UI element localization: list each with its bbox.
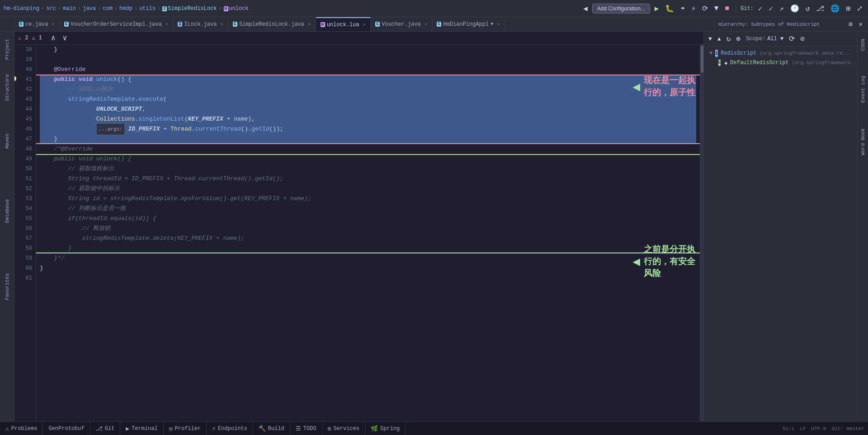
green-annotation-arrow: ◀ [632,254,640,269]
sidebar-label-maven[interactable]: Maven [3,130,12,152]
hierarchy-expand[interactable]: ▼ [707,35,714,43]
bottom-tab-git-label: Git [105,426,115,432]
hierarchy-filter[interactable]: ⊘ [798,33,807,44]
sidebar-label-word-book[interactable]: Word Book [859,125,868,159]
tab-icon-simple-redis: C [233,22,237,27]
nav-up[interactable]: ∧ [49,33,57,43]
breadcrumb-java[interactable]: java [83,5,96,12]
tab-ilock[interactable]: I ILock.java × [173,17,228,32]
vertical-scrollbar[interactable] [700,45,703,421]
hierarchy-locate[interactable]: ⊕ [734,33,742,44]
debug-button[interactable]: 🐛 [663,3,676,14]
sidebar-label-project[interactable]: Project [3,35,12,63]
maximize[interactable]: ⤢ [855,3,864,14]
hierarchy-settings[interactable]: ⚙ [847,19,854,29]
interface-icon-redis-script: I [715,50,718,57]
hierarchy-label: Hierarchy: Subtypes of RedisScript [718,22,820,27]
bottom-tab-services[interactable]: ⚙ Services [322,422,365,435]
tab-close-ce[interactable]: × [52,22,55,27]
run-button[interactable]: ▶ [653,3,661,14]
tab-voucher[interactable]: C Voucher.java × [371,17,432,32]
breadcrumb-main[interactable]: main [63,5,76,12]
code-line-58: } [40,243,696,253]
git-branches[interactable]: ⎇ [814,3,826,14]
tab-hm-dianping[interactable]: C HmDianPingAppl ▼ × [432,17,505,32]
git-translate[interactable]: 🌐 [829,3,841,14]
bottom-tab-endpoints[interactable]: ⚡ Endpoints [207,422,253,435]
code-container: 38 39 40 41 ! 42 43 44 45 46 47 48 49 50… [14,45,703,421]
more-run[interactable]: ▼ [712,4,721,14]
git-icon: ⎇ [96,425,103,432]
hierarchy-refresh[interactable]: ⟳ [787,33,797,44]
bottom-tab-terminal[interactable]: ▶ Terminal [120,422,163,435]
bottom-tab-spring[interactable]: 🌿 Spring [365,422,406,435]
bottom-tab-profiler[interactable]: ◎ Profiler [164,422,207,435]
bottom-tab-todo[interactable]: ☰ TODO [290,422,322,435]
git-push[interactable]: ↗ [778,3,786,14]
git-revert[interactable]: ↺ [804,3,812,14]
tab-ce-java[interactable]: C ce.java × [14,17,60,32]
code-lines: } @Override public void unlock() { [36,45,700,421]
tab-label-ce: ce.java [25,21,48,28]
tab-voucher-order[interactable]: C VoucherOrderServiceImpl.java × [60,17,173,32]
breadcrumb-com[interactable]: com [103,5,113,12]
breadcrumb-utils[interactable]: utils [139,5,156,12]
tab-label-hm: HmDianPingAppl [443,21,489,28]
tab-close-voucher-order[interactable]: × [165,22,169,27]
class-icon-c: C [718,60,721,66]
git-check1[interactable]: ✓ [756,3,764,14]
tab-simple-redis[interactable]: C SimpleRedisLock.java × [228,17,316,32]
breadcrumb-class[interactable]: CSimpleRedisLock [162,5,217,12]
tab-label-voucher-order: VoucherOrderServiceImpl.java [71,21,162,28]
tab-close-simple-redis[interactable]: × [308,22,311,27]
bottom-tab-build[interactable]: 🔨 Build [253,422,290,435]
tab-icon-voucher: C [375,22,380,27]
breadcrumb-hm-dianping[interactable]: hm-dianping [4,5,39,12]
hierarchy-close[interactable]: ✕ [857,19,864,29]
tab-close-ilock[interactable]: × [220,22,223,27]
hierarchy-item-default-redis-script[interactable]: C ◆ DefaultRedisScript (org.springframew… [706,58,855,67]
stop-button[interactable]: ■ [723,4,731,14]
tab-close-hm[interactable]: × [497,22,500,27]
bottom-tab-git[interactable]: ⎇ Git [90,422,121,435]
breadcrumb-method[interactable]: munlock [224,5,249,12]
back-button[interactable]: ◀ [581,3,590,14]
git-check2[interactable]: ✓ [767,3,775,14]
bottom-tab-genprotobuf[interactable]: GenProtobuf [43,422,90,435]
breadcrumb-src[interactable]: src [46,5,56,12]
nav-down[interactable]: ∨ [61,33,69,43]
tab-unlock-lua[interactable]: m unlock.lua × [316,17,371,32]
red-annotation-group: ◀ 现在是一起执行的，原子性 [632,75,695,98]
spring-icon: 🌿 [371,425,378,432]
sidebar-label-csdn[interactable]: CSDN [859,35,868,54]
bottom-bar: ⚠ Problems GenProtobuf ⎇ Git ▶ Terminal … [0,421,868,435]
split-v[interactable]: ⊞ [844,3,852,14]
scope-selector[interactable]: All ▼ [767,36,783,42]
tab-label-unlock-lua: unlock.lua [327,22,359,28]
profile-button[interactable]: ⚡ [689,3,698,14]
sidebar-label-favorites[interactable]: Favorites [3,270,12,304]
hierarchy-collapse[interactable]: ▲ [716,35,723,43]
code-line-48: /*@Override [40,144,696,154]
tab-dropdown-hm[interactable]: ▼ [491,22,493,27]
bottom-tab-problems[interactable]: ⚠ Problems [0,422,43,435]
right-panel: ▼ ▲ ↻ ⊕ Scope: All ▼ ⟳ ⊘ ▼ I RedisScript… [703,32,857,421]
hierarchy-tree: ▼ I RedisScript (org.springframework.dat… [704,47,857,69]
sidebar-label-event-log[interactable]: Event Log [859,72,868,106]
coverage-button[interactable]: ☂ [679,3,687,14]
step-over[interactable]: ⟳ [700,3,710,14]
bottom-tab-genprotobuf-label: GenProtobuf [48,426,84,432]
tab-close-voucher[interactable]: × [425,22,428,27]
git-history[interactable]: 🕐 [788,3,801,14]
hierarchy-sync[interactable]: ↻ [725,33,733,44]
bottom-tab-services-label: Services [333,426,359,432]
breadcrumb-hmdp[interactable]: hmdp [119,5,132,12]
sidebar-label-database[interactable]: Database [3,196,12,227]
add-configuration-button[interactable]: Add Configuration... [592,4,650,14]
code-line-50: // 获取线程标示 [40,164,696,174]
code-line-47: } [40,134,696,144]
hierarchy-item-redis-script[interactable]: ▼ I RedisScript (org.springframework.dat… [706,48,855,58]
tab-close-unlock-lua[interactable]: × [363,22,366,28]
sidebar-label-structure[interactable]: Structure [3,70,12,104]
scrollbar-thumb[interactable] [701,46,703,73]
